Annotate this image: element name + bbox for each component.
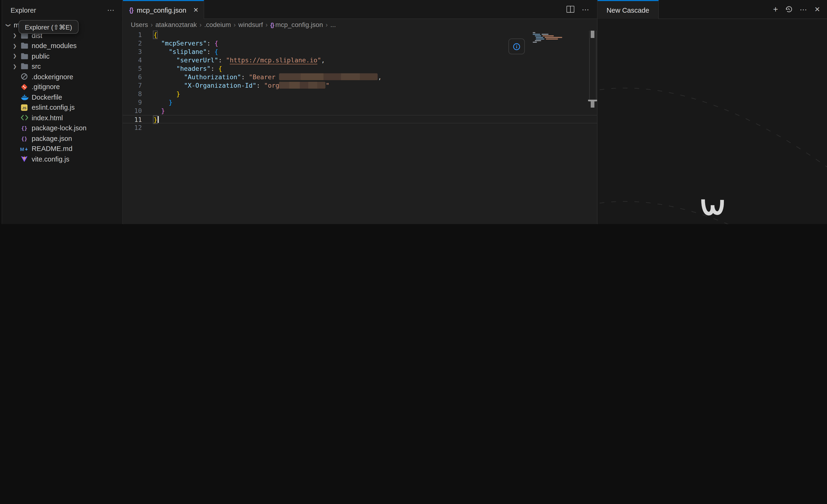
breadcrumb-separator: › [151,21,153,29]
editor-group: {} mcp_config.json ✕ ⋯ Users›atakanoztar… [123,0,597,224]
line-number: 9 [123,98,153,107]
folder-icon [20,62,29,70]
tab-label: mcp_config.json [137,6,186,14]
tree-item-src[interactable]: ❯src [0,61,123,71]
line-number: 4 [123,56,153,64]
breadcrumb-item[interactable]: windsurf [238,21,263,29]
new-cascade-plus-icon[interactable]: + [773,4,778,14]
file-label: Dockerfile [32,93,62,101]
tree-item-package-json[interactable]: {}package.json [0,133,123,144]
redacted-secret [279,73,378,80]
breadcrumb-item[interactable]: atakanoztarak [155,21,197,29]
line-number: 5 [123,64,153,73]
breadcrumb-separator: › [234,21,236,29]
svg-text:{}: {} [21,125,27,131]
tree-item-package-lock-json[interactable]: {}package-lock.json [0,123,123,133]
windsurf-logo [699,197,726,218]
explorer-title: Explorer [10,6,36,14]
breadcrumb-item[interactable]: .codeium [204,21,231,29]
editor-more-icon[interactable]: ⋯ [582,5,590,13]
line-number: 6 [123,73,153,81]
tab-mcp-config-json[interactable]: {} mcp_config.json ✕ [123,0,204,19]
cascade-actions: + ⋯ ✕ [773,0,827,18]
js-icon: JS [20,103,29,112]
line-number: 7 [123,81,153,90]
line-number: 3 [123,48,153,56]
html-icon [20,113,29,122]
json-file-icon: {} [270,21,274,28]
tree-item-vite-config-js[interactable]: vite.config.js [0,154,123,164]
code-line-3: 3 "sliplane": { [123,48,597,56]
explorer-sidebar: Explorer ⋯ ❯ my Explorer (⇧⌘E) ❯dist❯nod… [0,0,123,224]
panel-more-icon[interactable]: ⋯ [799,5,808,13]
file-label: package.json [32,134,72,142]
code-line-2: 2 "mcpServers": { [123,39,597,48]
code-line-10: 10 } [123,107,597,115]
panel-close-icon[interactable]: ✕ [814,5,820,13]
cascade-welcome: Cascade Code ⌘ . Kick off a new project.… [597,197,827,224]
windsurf-window: Explorer ⋯ ❯ my Explorer (⇧⌘E) ❯dist❯nod… [0,0,827,224]
tab-new-cascade[interactable]: New Cascade [597,0,659,19]
code-editor[interactable]: 1{2 "mcpServers": {3 "sliplane": {4 "ser… [123,31,597,224]
explorer-tooltip: Explorer (⇧⌘E) [18,20,79,34]
editor-tabbar: {} mcp_config.json ✕ ⋯ [123,0,597,19]
breadcrumb-item[interactable]: Users [131,21,148,29]
cascade-body: Cascade Code ⌘ . Kick off a new project.… [597,19,827,224]
chevron-right-icon: ❯ [10,64,19,69]
file-label: vite.config.js [32,155,69,163]
cascade-panel: New Cascade + ⋯ ✕ [597,0,827,224]
ignore-icon [20,72,29,81]
explorer-more-icon[interactable]: ⋯ [107,6,115,14]
file-label: .gitignore [32,83,60,91]
breadcrumb-item[interactable]: {}mcp_config.json [270,21,323,29]
tree-item--gitignore[interactable]: .gitignore [0,82,123,92]
line-number: 12 [123,123,153,132]
file-label: package-lock.json [32,124,87,132]
file-label: node_modules [32,42,77,50]
code-line-8: 8 } [123,90,597,98]
line-number: 10 [123,107,153,115]
split-editor-icon[interactable] [567,6,575,13]
code-line-11: 11} [123,115,597,123]
chevron-right-icon: ❯ [10,53,19,59]
code-line-6: 6 "Authorization": "Bearer , [123,73,597,81]
tree-item-public[interactable]: ❯public [0,51,123,61]
line-number: 2 [123,39,153,48]
cascade-tabbar: New Cascade + ⋯ ✕ [597,0,827,19]
folder-icon [20,52,29,60]
line-number: 11 [123,115,153,123]
json-file-icon: {} [129,6,133,14]
docker-icon [20,93,29,101]
explorer-header: Explorer ⋯ [0,0,123,20]
svg-text:M: M [20,146,25,152]
breadcrumb-separator: › [265,21,268,29]
json-icon: {} [20,134,29,143]
tree-item-eslint-config-js[interactable]: JSeslint.config.js [0,102,123,113]
breadcrumb-separator: › [326,21,328,29]
file-label: eslint.config.js [32,104,75,112]
cascade-tab-label: New Cascade [606,6,649,14]
json-icon: {} [20,124,29,132]
code-line-7: 7 "X-Organization-Id": "org" [123,81,597,90]
tree-item-index-html[interactable]: index.html [0,112,123,123]
chevron-right-icon: ❯ [10,33,19,38]
file-label: public [32,52,49,60]
file-tree: ❯ my Explorer (⇧⌘E) ❯dist❯node_modules❯p… [0,20,123,224]
code-line-9: 9 } [123,98,597,107]
tab-close-icon[interactable]: ✕ [193,6,199,14]
line-number: 8 [123,90,153,98]
history-icon[interactable] [785,5,793,13]
svg-text:{}: {} [21,136,27,141]
code-line-12: 12 [123,123,597,132]
tree-item--dockerignore[interactable]: .dockerignore [0,71,123,82]
svg-text:JS: JS [22,106,26,110]
tree-item-dockerfile[interactable]: Dockerfile [0,92,123,102]
tree-item-readme-md[interactable]: MREADME.md [0,144,123,154]
tree-item-node-modules[interactable]: ❯node_modules [0,41,123,51]
breadcrumb[interactable]: Users›atakanoztarak›.codeium›windsurf›{}… [123,19,597,31]
md-icon: M [20,144,29,153]
code-line-4: 4 "serverUrl": "https://mcp.sliplane.io"… [123,56,597,64]
line-number: 1 [123,31,153,39]
file-label: .dockerignore [32,73,73,81]
breadcrumb-item[interactable]: ... [330,21,336,29]
